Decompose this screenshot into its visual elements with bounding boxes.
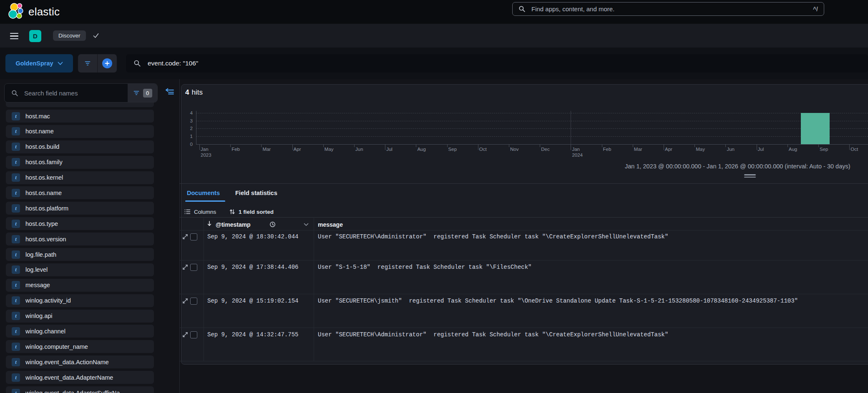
columns-label: Columns xyxy=(194,209,216,215)
columns-button[interactable]: Columns xyxy=(184,208,216,215)
text-field-token-icon: t xyxy=(12,204,20,213)
field-item[interactable]: t host.os.version xyxy=(6,233,154,245)
column-header-message[interactable]: message xyxy=(318,221,343,228)
field-item[interactable]: t host.os.platform xyxy=(6,202,154,215)
y-axis-label: 4 xyxy=(182,110,193,115)
x-axis-label: Aug xyxy=(789,147,797,152)
x-tick xyxy=(292,144,293,150)
document-row: Sep 9, 2024 @ 15:19:02.154 User "SECURET… xyxy=(179,294,868,328)
x-tick xyxy=(261,144,262,147)
search-icon xyxy=(11,90,18,97)
tab-field-statistics[interactable]: Field statistics xyxy=(235,190,277,196)
text-field-token-icon: t xyxy=(12,373,20,382)
field-item[interactable]: t winlog.event_data.AdapterName xyxy=(6,371,154,384)
x-tick xyxy=(787,144,788,147)
field-name: host.os.type xyxy=(25,220,58,227)
clock-icon xyxy=(269,221,276,228)
y-axis-line xyxy=(196,111,196,144)
text-field-token-icon: t xyxy=(12,112,20,120)
sorted-label: 1 field sorted xyxy=(239,209,274,215)
x-tick xyxy=(509,144,509,147)
sort-desc-icon[interactable] xyxy=(206,220,212,227)
x-axis-label: Jan xyxy=(201,147,209,152)
expand-document-icon[interactable] xyxy=(182,332,188,338)
timestamp-cell: Sep 9, 2024 @ 15:19:02.154 xyxy=(207,298,298,304)
field-name: winlog.computer_name xyxy=(25,343,88,350)
field-name: log.level xyxy=(25,266,48,273)
text-field-token-icon: t xyxy=(12,358,20,366)
x-tick xyxy=(354,144,355,147)
tab-documents[interactable]: Documents xyxy=(187,190,220,196)
y-axis-label: 3 xyxy=(182,118,193,123)
field-item[interactable]: t host.os.kernel xyxy=(6,171,154,184)
x-axis-label: Dec xyxy=(541,147,549,152)
tab-documents-underline xyxy=(185,200,225,202)
column-menu-chevron-icon[interactable] xyxy=(304,223,309,226)
text-field-token-icon: t xyxy=(12,143,20,151)
field-item[interactable]: t host.os.family xyxy=(6,156,154,169)
x-axis-label: Mar xyxy=(634,147,642,152)
x-axis-label: Jan xyxy=(572,147,580,152)
field-name: host.os.kernel xyxy=(25,174,63,181)
field-list: t host.mac t host.name t host.os.build t… xyxy=(6,110,154,393)
field-item[interactable]: t winlog.channel xyxy=(6,325,154,338)
field-search-input[interactable] xyxy=(23,89,128,97)
field-item[interactable]: t host.os.type xyxy=(6,217,154,230)
field-name: winlog.activity_id xyxy=(25,297,71,304)
discover-app: elastic ^/ D Discover GoldenSpray xyxy=(0,0,868,393)
text-field-token-icon: t xyxy=(12,265,20,274)
select-document-checkbox[interactable] xyxy=(190,233,197,240)
timestamp-cell: Sep 9, 2024 @ 14:32:47.755 xyxy=(207,331,298,338)
text-field-token-icon: t xyxy=(12,281,20,289)
y-axis-label: 0 xyxy=(182,142,193,147)
field-item[interactable]: t log.level xyxy=(6,263,154,276)
table-header-top-border xyxy=(179,217,868,218)
text-field-token-icon: t xyxy=(12,173,20,182)
y-gridline xyxy=(196,128,868,129)
document-row: Sep 9, 2024 @ 14:32:47.755 User "SECURET… xyxy=(179,328,868,361)
select-document-checkbox[interactable] xyxy=(190,264,197,271)
x-tick xyxy=(664,144,664,150)
sort-fields-button[interactable]: 1 field sorted xyxy=(229,208,274,215)
timestamp-cell: Sep 9, 2024 @ 18:30:42.044 xyxy=(207,233,298,240)
section-divider xyxy=(179,183,868,184)
select-document-checkbox[interactable] xyxy=(190,298,197,305)
field-item[interactable]: t host.mac xyxy=(6,110,154,123)
x-axis-label: Feb xyxy=(231,147,240,152)
field-item[interactable]: t winlog.activity_id xyxy=(6,294,154,307)
text-field-token-icon: t xyxy=(12,220,20,228)
field-item[interactable]: t winlog.api xyxy=(6,310,154,323)
field-item[interactable]: t host.os.name xyxy=(6,186,154,199)
x-tick xyxy=(323,144,324,147)
expand-document-icon[interactable] xyxy=(182,234,188,240)
x-tick xyxy=(230,144,231,147)
field-name: winlog.api xyxy=(25,313,53,319)
columns-list-icon xyxy=(184,208,191,215)
field-name: host.os.version xyxy=(25,236,66,243)
x-axis-label: Sep xyxy=(448,147,457,152)
expand-document-icon[interactable] xyxy=(182,298,188,304)
field-item[interactable]: t message xyxy=(6,279,154,292)
column-header-timestamp[interactable]: @timestamp xyxy=(216,221,251,228)
histogram-bar[interactable] xyxy=(801,113,830,144)
time-range-label: Jan 1, 2023 @ 00:00:00.000 - Jan 1, 2026… xyxy=(625,163,850,170)
field-item[interactable]: t host.os.build xyxy=(6,140,154,153)
timestamp-cell: Sep 9, 2024 @ 17:38:44.406 xyxy=(207,264,298,270)
expand-document-icon[interactable] xyxy=(182,264,188,270)
field-filter-button[interactable]: 0 xyxy=(128,84,157,102)
x-axis-label: Jun xyxy=(727,147,735,152)
x-axis-label: Oct xyxy=(479,147,487,152)
x-axis-label: Apr xyxy=(294,147,301,152)
field-item[interactable]: t log.file.path xyxy=(6,248,154,261)
field-item[interactable]: t host.name xyxy=(6,125,154,138)
histogram-resize-handle[interactable] xyxy=(744,174,756,178)
field-item[interactable]: t winlog.event_data.ActionName xyxy=(6,355,154,368)
field-item[interactable]: t winlog.event_data.AdapterSuffixNa xyxy=(6,386,154,393)
x-axis-label: May xyxy=(696,147,705,152)
select-document-checkbox[interactable] xyxy=(190,331,197,338)
field-item[interactable]: t winlog.computer_name xyxy=(6,340,154,353)
x-tick xyxy=(725,144,726,147)
text-field-token-icon: t xyxy=(12,235,20,243)
text-field-token-icon: t xyxy=(12,327,20,335)
field-name: host.name xyxy=(25,128,54,135)
